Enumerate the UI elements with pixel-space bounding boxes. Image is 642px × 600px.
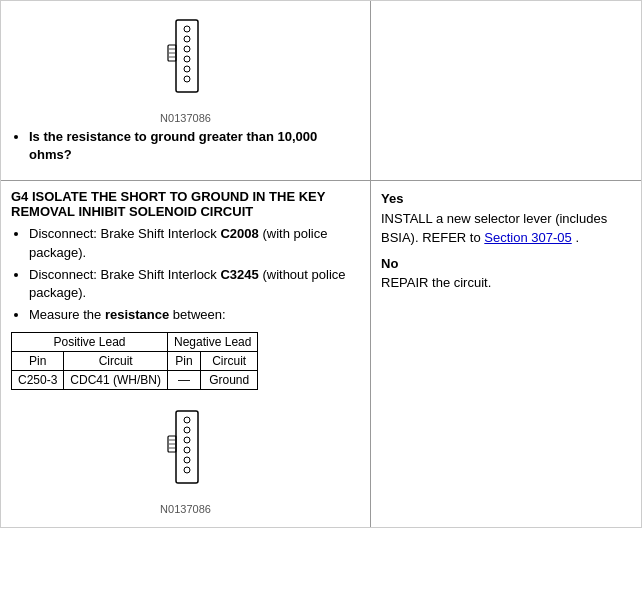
resistance-bold: resistance bbox=[105, 307, 169, 322]
yes-link-end: . bbox=[572, 230, 579, 245]
c3245-bold: C3245 bbox=[220, 267, 258, 282]
table-col-header-row: Pin Circuit Pin Circuit bbox=[12, 352, 258, 371]
cell-cdc41: CDC41 (WH/BN) bbox=[64, 371, 168, 390]
bullet-item-2-0: Disconnect: Brake Shift Interlock C2008 … bbox=[29, 225, 360, 261]
connector-caption-1: N0137086 bbox=[160, 112, 211, 124]
yes-answer: Yes INSTALL a new selector lever (includ… bbox=[381, 189, 631, 248]
svg-point-6 bbox=[184, 76, 190, 82]
measure-table: Positive Lead Negative Lead Pin Circuit … bbox=[11, 332, 258, 390]
c2008-bold: C2008 bbox=[220, 226, 258, 241]
bullet-list-2: Disconnect: Brake Shift Interlock C2008 … bbox=[11, 225, 360, 324]
row-1: N0137086 Is the resistance to ground gre… bbox=[1, 1, 641, 181]
yes-label: Yes bbox=[381, 191, 403, 206]
svg-point-13 bbox=[184, 427, 190, 433]
right-col-2: Yes INSTALL a new selector lever (includ… bbox=[371, 181, 641, 527]
svg-point-2 bbox=[184, 36, 190, 42]
col-circuit-2: Circuit bbox=[200, 352, 258, 371]
section-link[interactable]: Section 307-05 bbox=[484, 230, 571, 245]
question-item-1: Is the resistance to ground greater than… bbox=[29, 128, 360, 164]
svg-point-1 bbox=[184, 26, 190, 32]
svg-point-12 bbox=[184, 417, 190, 423]
negative-lead-header: Negative Lead bbox=[168, 333, 258, 352]
left-col-2: G4 ISOLATE THE SHORT TO GROUND IN THE KE… bbox=[1, 181, 371, 527]
question-text-1: Is the resistance to ground greater than… bbox=[29, 129, 317, 162]
connector-caption-2: N0137086 bbox=[160, 503, 211, 515]
no-text: REPAIR the circuit. bbox=[381, 275, 491, 290]
table-header-row-1: Positive Lead Negative Lead bbox=[12, 333, 258, 352]
cell-c250-3: C250-3 bbox=[12, 371, 64, 390]
svg-point-17 bbox=[184, 467, 190, 473]
cell-dash: — bbox=[168, 371, 201, 390]
col-pin-1: Pin bbox=[12, 352, 64, 371]
cell-ground: Ground bbox=[200, 371, 258, 390]
svg-point-16 bbox=[184, 457, 190, 463]
svg-point-5 bbox=[184, 66, 190, 72]
right-col-1 bbox=[371, 1, 641, 180]
connector-diagram-2: N0137086 bbox=[11, 406, 360, 515]
positive-lead-header: Positive Lead bbox=[12, 333, 168, 352]
page: N0137086 Is the resistance to ground gre… bbox=[0, 0, 642, 528]
col-pin-2: Pin bbox=[168, 352, 201, 371]
section-header-2: G4 ISOLATE THE SHORT TO GROUND IN THE KE… bbox=[11, 189, 360, 219]
left-col-1: N0137086 Is the resistance to ground gre… bbox=[1, 1, 371, 180]
svg-point-14 bbox=[184, 437, 190, 443]
svg-point-3 bbox=[184, 46, 190, 52]
connector-svg-1 bbox=[156, 15, 216, 110]
connector-diagram-1: N0137086 bbox=[11, 15, 360, 124]
svg-point-4 bbox=[184, 56, 190, 62]
col-circuit-1: Circuit bbox=[64, 352, 168, 371]
connector-svg-2 bbox=[156, 406, 216, 501]
bullet-item-2-2: Measure the resistance between: bbox=[29, 306, 360, 324]
svg-point-15 bbox=[184, 447, 190, 453]
no-answer: No REPAIR the circuit. bbox=[381, 254, 631, 293]
question-list-1: Is the resistance to ground greater than… bbox=[11, 128, 360, 164]
bullet-item-2-1: Disconnect: Brake Shift Interlock C3245 … bbox=[29, 266, 360, 302]
table-data-row-1: C250-3 CDC41 (WH/BN) — Ground bbox=[12, 371, 258, 390]
no-label: No bbox=[381, 256, 398, 271]
row-2: G4 ISOLATE THE SHORT TO GROUND IN THE KE… bbox=[1, 181, 641, 527]
